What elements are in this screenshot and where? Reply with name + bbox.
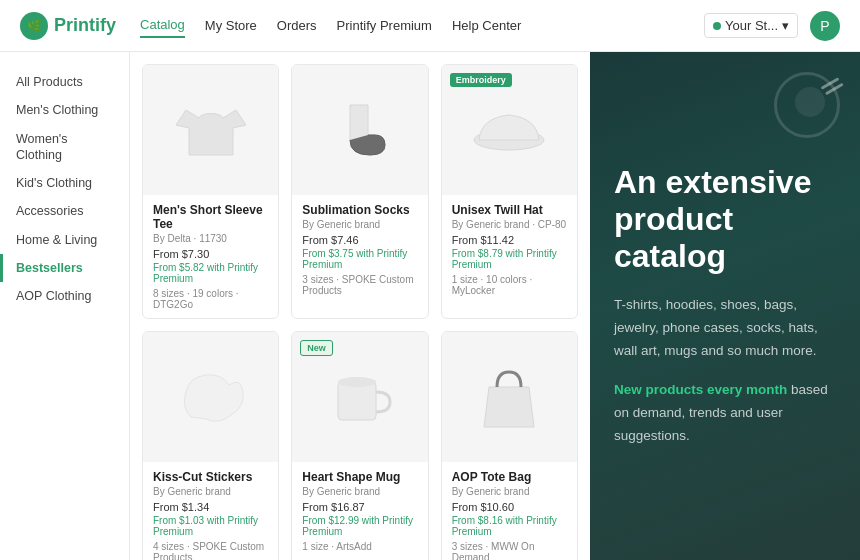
product-info: Unisex Twill Hat By Generic brand · CP-8… xyxy=(442,195,577,304)
sidebar-item-women-s-clothing[interactable]: Women's Clothing xyxy=(0,125,129,170)
product-card[interactable]: Embroidery Unisex Twill Hat By Generic b… xyxy=(441,64,578,319)
logo-icon: 🌿 xyxy=(20,12,48,40)
product-card[interactable]: New Heart Shape Mug By Generic brand Fro… xyxy=(291,331,428,560)
product-price-premium: From $1.03 with Printify Premium xyxy=(153,515,268,537)
product-price-premium: From $12.99 with Printify Premium xyxy=(302,515,417,537)
svg-rect-2 xyxy=(338,382,376,420)
product-image: ✋ xyxy=(143,332,278,462)
store-status-dot xyxy=(713,22,721,30)
product-name: Sublimation Socks xyxy=(302,203,417,217)
product-card[interactable]: AOP Tote Bag By Generic brand From $10.6… xyxy=(441,331,578,560)
catalog-description: T-shirts, hoodies, shoes, bags, jewelry,… xyxy=(614,294,836,363)
product-image: New xyxy=(292,332,427,462)
store-selector[interactable]: Your St... ▾ xyxy=(704,13,798,38)
product-meta: 1 size · 10 colors · MyLocker xyxy=(452,274,567,296)
chevron-down-icon: ▾ xyxy=(782,18,789,33)
decorative-lines xyxy=(820,82,840,98)
product-price: From $7.46 xyxy=(302,234,417,246)
avatar-initial: P xyxy=(820,18,829,34)
svg-point-3 xyxy=(338,377,376,387)
catalog-highlight-text: New products every month based on demand… xyxy=(614,379,836,448)
product-price-premium: From $8.16 with Printify Premium xyxy=(452,515,567,537)
sidebar-item-accessories[interactable]: Accessories xyxy=(0,197,129,225)
new-products-highlight: New products every month xyxy=(614,382,787,397)
sidebar-item-home-&-living[interactable]: Home & Living xyxy=(0,226,129,254)
product-brand: By Generic brand xyxy=(302,486,417,497)
header: 🌿 Printify CatalogMy StoreOrdersPrintify… xyxy=(0,0,860,52)
navigation: CatalogMy StoreOrdersPrintify PremiumHel… xyxy=(140,13,704,38)
product-name: AOP Tote Bag xyxy=(452,470,567,484)
product-brand: By Generic brand xyxy=(302,219,417,230)
sidebar-item-men-s-clothing[interactable]: Men's Clothing xyxy=(0,96,129,124)
nav-item-help-center[interactable]: Help Center xyxy=(452,14,521,37)
logo[interactable]: 🌿 Printify xyxy=(20,12,116,40)
product-image xyxy=(292,65,427,195)
product-brand: By Delta · 11730 xyxy=(153,233,268,244)
product-image xyxy=(143,65,278,195)
product-price-premium: From $5.82 with Printify Premium xyxy=(153,262,268,284)
product-price: From $10.60 xyxy=(452,501,567,513)
sidebar-item-aop-clothing[interactable]: AOP Clothing xyxy=(0,282,129,310)
sidebar: All ProductsMen's ClothingWomen's Clothi… xyxy=(0,52,130,560)
product-info: Heart Shape Mug By Generic brand From $1… xyxy=(292,462,427,560)
product-meta: 3 sizes · MWW On Demand xyxy=(452,541,567,560)
user-avatar[interactable]: P xyxy=(810,11,840,41)
header-right: Your St... ▾ P xyxy=(704,11,840,41)
product-card[interactable]: Sublimation Socks By Generic brand From … xyxy=(291,64,428,319)
nav-item-printify-premium[interactable]: Printify Premium xyxy=(337,14,432,37)
product-list: Men's Short Sleeve Tee By Delta · 11730 … xyxy=(142,64,578,560)
right-panel: An extensive product catalog T-shirts, h… xyxy=(590,52,860,560)
store-label: Your St... xyxy=(725,18,778,33)
product-price-premium: From $8.79 with Printify Premium xyxy=(452,248,567,270)
product-brand: By Generic brand xyxy=(153,486,268,497)
nav-item-my-store[interactable]: My Store xyxy=(205,14,257,37)
product-image xyxy=(442,332,577,462)
nav-item-orders[interactable]: Orders xyxy=(277,14,317,37)
product-image: Embroidery xyxy=(442,65,577,195)
product-meta: 1 size · ArtsAdd xyxy=(302,541,417,552)
product-badge: New xyxy=(300,340,333,356)
product-name: Kiss-Cut Stickers xyxy=(153,470,268,484)
product-grid: Men's Short Sleeve Tee By Delta · 11730 … xyxy=(130,52,590,560)
product-price: From $16.87 xyxy=(302,501,417,513)
product-price-premium: From $3.75 with Printify Premium xyxy=(302,248,417,270)
product-price: From $1.34 xyxy=(153,501,268,513)
product-name: Men's Short Sleeve Tee xyxy=(153,203,268,231)
product-info: AOP Tote Bag By Generic brand From $10.6… xyxy=(442,462,577,560)
product-name: Heart Shape Mug xyxy=(302,470,417,484)
sidebar-item-bestsellers[interactable]: Bestsellers xyxy=(0,254,129,282)
product-info: Men's Short Sleeve Tee By Delta · 11730 … xyxy=(143,195,278,318)
sidebar-item-all-products[interactable]: All Products xyxy=(0,68,129,96)
product-info: Sublimation Socks By Generic brand From … xyxy=(292,195,427,304)
product-meta: 3 sizes · SPOKE Custom Products xyxy=(302,274,417,296)
main-content: All ProductsMen's ClothingWomen's Clothi… xyxy=(0,52,860,560)
sidebar-item-kid-s-clothing[interactable]: Kid's Clothing xyxy=(0,169,129,197)
product-meta: 8 sizes · 19 colors · DTG2Go xyxy=(153,288,268,310)
product-brand: By Generic brand xyxy=(452,486,567,497)
catalog-title: An extensive product catalog xyxy=(614,164,836,274)
logo-text: Printify xyxy=(54,15,116,36)
product-card[interactable]: Men's Short Sleeve Tee By Delta · 11730 … xyxy=(142,64,279,319)
product-meta: 4 sizes · SPOKE Custom Products xyxy=(153,541,268,560)
product-name: Unisex Twill Hat xyxy=(452,203,567,217)
nav-item-catalog[interactable]: Catalog xyxy=(140,13,185,38)
product-price: From $11.42 xyxy=(452,234,567,246)
product-brand: By Generic brand · CP-80 xyxy=(452,219,567,230)
product-info: Kiss-Cut Stickers By Generic brand From … xyxy=(143,462,278,560)
product-badge: Embroidery xyxy=(450,73,512,87)
product-card[interactable]: ✋ Kiss-Cut Stickers By Generic brand Fro… xyxy=(142,331,279,560)
left-panel: All ProductsMen's ClothingWomen's Clothi… xyxy=(0,52,590,560)
product-price: From $7.30 xyxy=(153,248,268,260)
